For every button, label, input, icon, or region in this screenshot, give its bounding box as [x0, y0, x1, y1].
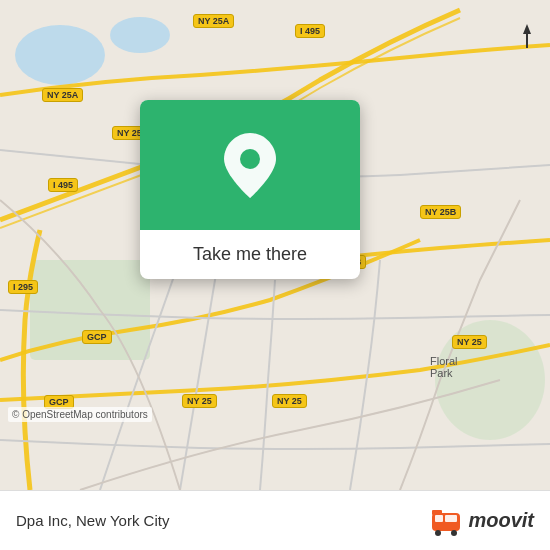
- svg-marker-5: [523, 24, 531, 34]
- popup-header: [140, 100, 360, 230]
- svg-point-0: [15, 25, 105, 85]
- map-container: NY 25A NY 25A NY 25A I 495 I 495 I 495 I…: [0, 0, 550, 490]
- svg-point-10: [435, 530, 441, 536]
- location-pin-icon: [224, 133, 276, 198]
- osm-credit: © OpenStreetMap contributors: [8, 407, 152, 422]
- svg-rect-9: [445, 515, 457, 522]
- label-ny25-right: NY 25: [452, 335, 487, 349]
- moovit-text: moovit: [468, 509, 534, 532]
- label-ny25a-left: NY 25A: [42, 88, 83, 102]
- label-ny25-bottom2: NY 25: [272, 394, 307, 408]
- label-i495-top: I 495: [295, 24, 325, 38]
- svg-rect-12: [432, 510, 442, 515]
- label-ny25-bottom: NY 25: [182, 394, 217, 408]
- svg-point-1: [110, 17, 170, 53]
- label-i295: I 295: [8, 280, 38, 294]
- label-ny25a-top: NY 25A: [193, 14, 234, 28]
- bottom-bar: Dpa Inc, New York City moovit: [0, 490, 550, 550]
- moovit-bus-icon: [430, 505, 462, 537]
- svg-point-11: [451, 530, 457, 536]
- label-i495-left: I 495: [48, 178, 78, 192]
- label-gcp-left: GCP: [82, 330, 112, 344]
- label-floral-park: FloralPark: [430, 355, 458, 379]
- location-title: Dpa Inc, New York City: [16, 512, 169, 529]
- popup-card: Take me there: [140, 100, 360, 279]
- svg-point-6: [240, 149, 260, 169]
- label-ny25b-right: NY 25B: [420, 205, 461, 219]
- take-me-there-button[interactable]: Take me there: [140, 230, 360, 279]
- moovit-logo: moovit: [430, 505, 534, 537]
- svg-rect-8: [435, 515, 443, 522]
